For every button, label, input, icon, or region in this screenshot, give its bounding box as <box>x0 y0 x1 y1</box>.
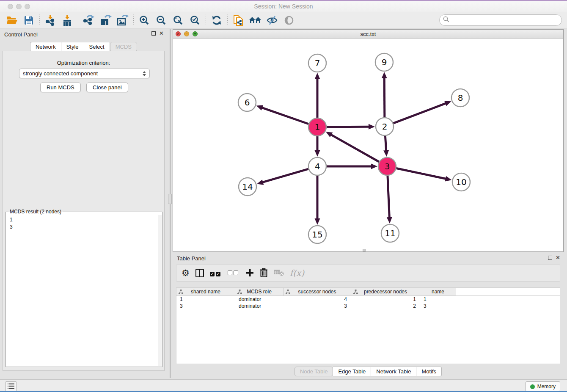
network-window-title: scc.txt <box>173 31 563 37</box>
cell-successor-nodes[interactable]: 4 <box>284 296 351 303</box>
float-panel-icon[interactable] <box>151 31 156 36</box>
tab-network-table[interactable]: Network Table <box>371 367 416 376</box>
tab-edge-table[interactable]: Edge Table <box>333 367 371 376</box>
cell-predecessor-nodes[interactable]: 1 <box>351 296 420 303</box>
hide-selected-button[interactable] <box>264 13 281 28</box>
cell-successor-nodes[interactable]: 3 <box>284 303 351 309</box>
memory-status-icon <box>530 384 535 389</box>
criterion-select[interactable]: strongly connected component <box>19 69 150 78</box>
toolbar-separator <box>133 14 134 27</box>
float-table-panel-icon[interactable] <box>548 256 552 260</box>
first-neighbors-button[interactable] <box>247 13 264 28</box>
open-session-button[interactable] <box>3 13 20 28</box>
table-panel: Table Panel ✕ ⚙ ✓✓ f(x) shared nameMCDS … <box>173 254 564 378</box>
network-graph[interactable]: 7968124314101511 <box>173 39 563 251</box>
zoom-in-button[interactable] <box>136 13 153 28</box>
node-label-15: 15 <box>312 229 322 240</box>
result-scrollbar[interactable] <box>158 215 162 366</box>
arrowhead-2-9 <box>382 72 387 78</box>
edge-1-2[interactable] <box>327 127 370 127</box>
add-column-button[interactable] <box>245 266 254 280</box>
apply-layout-button[interactable] <box>208 13 225 28</box>
zoom-selected-button[interactable] <box>187 13 204 28</box>
show-columns-button[interactable] <box>195 266 204 280</box>
zoom-fit-button[interactable] <box>170 13 187 28</box>
column-header-successor-nodes[interactable]: successor nodes <box>284 288 351 295</box>
column-header-shared-name[interactable]: shared name <box>176 288 235 295</box>
close-panel-button[interactable]: Close panel <box>86 83 128 92</box>
search-input[interactable] <box>451 17 558 23</box>
cell-name[interactable]: 1 <box>420 296 456 303</box>
node-label-10: 10 <box>456 177 466 187</box>
fx-icon: f(x) <box>290 268 304 278</box>
edge-4-14[interactable] <box>262 169 308 182</box>
edge-3-11[interactable] <box>388 176 389 218</box>
clone-network-button[interactable] <box>230 13 247 28</box>
table-row[interactable]: 1dominator411 <box>176 296 560 303</box>
task-history-button[interactable] <box>5 381 17 392</box>
toolbar-separator <box>227 14 228 27</box>
cell-mcds-role[interactable]: dominator <box>235 296 284 303</box>
import-table-button[interactable] <box>59 13 76 28</box>
export-table-button[interactable] <box>97 13 114 28</box>
close-table-panel-icon[interactable]: ✕ <box>556 256 560 260</box>
close-panel-icon[interactable]: ✕ <box>159 31 164 36</box>
search-field[interactable] <box>439 14 562 26</box>
table-settings-button[interactable]: ⚙ <box>182 266 190 280</box>
table-toolbar: ⚙ ✓✓ f(x) <box>176 265 560 282</box>
edge-2-8[interactable] <box>394 103 447 123</box>
column-header-label: name <box>432 289 444 295</box>
tab-select[interactable]: Select <box>84 42 110 52</box>
arrowhead-1-2 <box>369 124 375 130</box>
deselect-all-columns-button[interactable] <box>228 266 239 280</box>
cell-name[interactable]: 3 <box>420 303 456 309</box>
tab-mcds[interactable]: MCDS <box>110 42 137 52</box>
network-window-titlebar[interactable]: ✕ − + scc.txt <box>173 30 563 39</box>
edge-3-1[interactable] <box>330 134 379 162</box>
node-label-8: 8 <box>458 93 463 103</box>
toolbar-separator <box>78 14 78 27</box>
node-label-7: 7 <box>315 58 320 68</box>
cell-shared-name[interactable]: 3 <box>176 303 235 309</box>
memory-button[interactable]: Memory <box>526 381 560 392</box>
column-header-mcds-role[interactable]: MCDS role <box>235 288 284 295</box>
function-builder-button[interactable]: f(x) <box>290 266 304 280</box>
zoom-out-button[interactable] <box>153 13 170 28</box>
import-network-button[interactable] <box>42 13 59 28</box>
column-header-predecessor-nodes[interactable]: predecessor nodes <box>351 288 420 295</box>
arrowhead-2-3 <box>383 150 389 157</box>
network-canvas[interactable]: 7968124314101511 <box>173 39 563 251</box>
delete-column-button[interactable] <box>260 266 268 280</box>
delete-table-button[interactable] <box>274 266 284 280</box>
cell-shared-name[interactable]: 1 <box>176 296 235 303</box>
save-session-button[interactable] <box>20 13 37 28</box>
export-table-icon <box>100 15 112 26</box>
tab-node-table[interactable]: Node Table <box>295 367 333 376</box>
tab-network[interactable]: Network <box>30 42 61 52</box>
mcds-result-box: MCDS result (2 nodes) 13 <box>6 209 162 367</box>
tab-style[interactable]: Style <box>61 42 84 52</box>
list-icon <box>8 383 14 390</box>
edge-2-3[interactable] <box>385 136 386 152</box>
show-all-button[interactable] <box>281 13 297 28</box>
select-all-columns-button[interactable]: ✓✓ <box>210 266 222 280</box>
run-mcds-button[interactable]: Run MCDS <box>40 83 81 92</box>
edge-2-9[interactable] <box>384 77 385 117</box>
edge-3-10[interactable] <box>396 168 447 179</box>
open-folder-icon <box>6 16 18 25</box>
arrowhead-4-3 <box>371 164 377 169</box>
table-row[interactable]: 3dominator323 <box>176 303 560 309</box>
panel-splitter-handle[interactable] <box>168 194 172 204</box>
cell-predecessor-nodes[interactable]: 2 <box>351 303 420 309</box>
app-titlebar: Session: New Session <box>0 1 567 12</box>
cell-mcds-role[interactable]: dominator <box>235 303 284 309</box>
tab-motifs[interactable]: Motifs <box>416 367 442 376</box>
canvas-resize-handle[interactable] <box>363 249 366 251</box>
app-title: Session: New Session <box>0 3 567 10</box>
export-network-button[interactable] <box>80 13 97 28</box>
node-label-11: 11 <box>385 228 395 238</box>
node-label-14: 14 <box>242 182 253 192</box>
column-header-name[interactable]: name <box>420 288 456 295</box>
export-image-button[interactable] <box>114 13 131 28</box>
edge-1-6[interactable] <box>261 108 308 124</box>
